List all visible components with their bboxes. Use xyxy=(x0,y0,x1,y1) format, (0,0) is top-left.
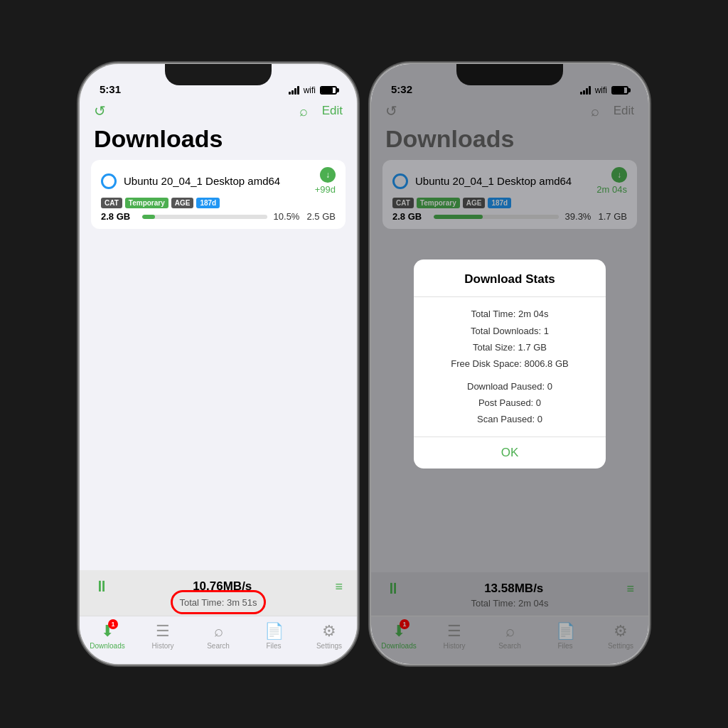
refresh-icon-1[interactable]: ↺ xyxy=(94,102,106,119)
tab-files-label-1: Files xyxy=(266,642,281,650)
tab-history-label-1: History xyxy=(151,642,173,650)
menu-button-1[interactable]: ≡ xyxy=(335,579,343,594)
nav-bar-1: ↺ ⌕ Edit xyxy=(80,100,357,125)
download-name-1: Ubuntu 20_04_1 Desktop amd64 xyxy=(124,175,280,187)
tab-downloads-1[interactable]: ⬇ 1 Downloads xyxy=(86,622,129,650)
downloads-badge-1: 1 xyxy=(108,619,118,629)
files-icon-1: 📄 xyxy=(264,622,284,641)
modal-footer-2: OK xyxy=(414,437,606,469)
tab-search-1[interactable]: ⌕ Search xyxy=(197,622,240,650)
tag-age-val-1: 187d xyxy=(196,198,220,208)
modal-row-free-disk: Free Disk Space: 8006.8 GB xyxy=(428,355,592,372)
wifi-icon-1: wifi xyxy=(304,85,316,95)
modal-row-scan-paused: Scan Paused: 0 xyxy=(428,411,592,427)
total-time-wrap-1: Total Time: 3m 51s xyxy=(179,596,257,609)
status-time-1: 5:31 xyxy=(100,83,121,95)
tab-settings-label-1: Settings xyxy=(316,642,342,650)
tab-history-1[interactable]: ☰ History xyxy=(141,622,184,650)
signal-icon-1 xyxy=(289,86,299,95)
tab-bar-1: ⬇ 1 Downloads ☰ History ⌕ Search 📄 Files xyxy=(80,616,357,664)
total-time-1: Total Time: 3m 51s xyxy=(179,597,257,608)
progress-row-1: 2.8 GB 10.5% 2.5 GB xyxy=(101,211,336,222)
pause-button-1[interactable]: ⏸ xyxy=(94,577,109,596)
content-area-1 xyxy=(80,229,357,570)
down-arrow-1: ↓ xyxy=(320,167,336,183)
modal-row-dl-paused: Download Paused: 0 xyxy=(428,378,592,395)
progress-pct-1: 10.5% xyxy=(273,211,300,222)
phone-1: 5:31 wifi ↺ ⌕ xyxy=(80,64,357,664)
tag-cat-1: CAT xyxy=(101,198,122,208)
tab-downloads-label-1: Downloads xyxy=(90,642,124,650)
progress-fill-1 xyxy=(142,215,155,219)
page-title-1: Downloads xyxy=(80,125,357,160)
modal-title-2: Download Stats xyxy=(414,259,606,291)
modal-row-total-time: Total Time: 2m 04s xyxy=(428,306,592,322)
speed-text-1: 10.76MB/s xyxy=(109,579,335,594)
notch-1 xyxy=(165,64,272,85)
tab-downloads-icon-wrap-1: ⬇ 1 xyxy=(101,622,114,641)
settings-icon-1: ⚙ xyxy=(322,622,336,641)
tab-settings-1[interactable]: ⚙ Settings xyxy=(308,622,350,650)
modal-ok-button-2[interactable]: OK xyxy=(414,437,606,469)
edit-button-1[interactable]: Edit xyxy=(322,104,343,118)
download-item-1[interactable]: Ubuntu 20_04_1 Desktop amd64 ↓ +99d CAT … xyxy=(91,160,346,229)
time-badge-1: +99d xyxy=(315,184,336,195)
history-icon-1: ☰ xyxy=(156,622,170,641)
phone-2: 5:32 wifi ↺ ⌕ xyxy=(371,64,648,664)
progress-remaining-1: 2.5 GB xyxy=(306,211,336,222)
modal-row-total-size: Total Size: 1.7 GB xyxy=(428,339,592,355)
modal-row-post-paused: Post Paused: 0 xyxy=(428,395,592,411)
progress-bar-1 xyxy=(142,215,267,219)
modal-box-2: Download Stats Total Time: 2m 04s Total … xyxy=(414,259,606,469)
tab-search-label-1: Search xyxy=(207,642,230,650)
tag-age-1: AGE xyxy=(171,198,194,208)
progress-size-left-1: 2.8 GB xyxy=(101,211,136,222)
modal-body-2: Total Time: 2m 04s Total Downloads: 1 To… xyxy=(414,297,606,437)
battery-icon-1 xyxy=(320,86,337,95)
status-icons-1: wifi xyxy=(289,85,337,95)
search-icon-1[interactable]: ⌕ xyxy=(299,103,308,119)
modal-overlay-2[interactable]: Download Stats Total Time: 2m 04s Total … xyxy=(371,64,648,664)
modal-row-total-downloads: Total Downloads: 1 xyxy=(428,323,592,339)
download-circle-1 xyxy=(101,173,117,189)
tag-temporary-1: Temporary xyxy=(125,198,168,208)
search-tab-icon-1: ⌕ xyxy=(214,622,223,641)
speed-bar-1: ⏸ 10.76MB/s ≡ Total Time: 3m 51s xyxy=(80,570,357,616)
tab-files-1[interactable]: 📄 Files xyxy=(252,622,295,650)
tags-row-1: CAT Temporary AGE 187d xyxy=(101,198,336,208)
